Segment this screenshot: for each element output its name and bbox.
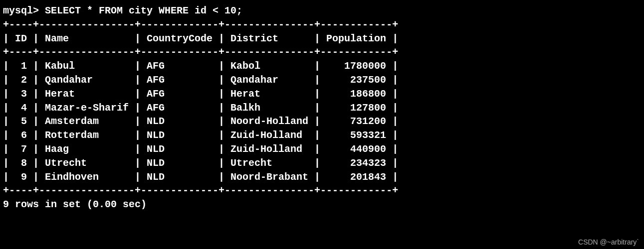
terminal-output: mysql> SELECT * FROM city WHERE id < 10;… [0, 0, 644, 216]
watermark-text: CSDN @~arbitrary` [578, 238, 639, 246]
